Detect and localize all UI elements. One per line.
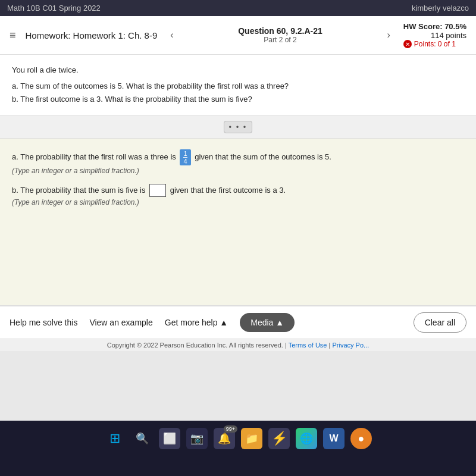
answer-input-b[interactable] bbox=[149, 184, 166, 197]
hw-score-label: HW Score: 70.5% bbox=[403, 22, 466, 31]
question-label: Question 60, 9.2.A-21 bbox=[187, 26, 374, 36]
hint-b: (Type an integer or a simplified fractio… bbox=[12, 198, 464, 206]
answer-line-a: a. The probability that the first roll w… bbox=[12, 149, 464, 165]
search-icon[interactable]: 🔍 bbox=[131, 428, 153, 449]
view-example-link[interactable]: View an example bbox=[89, 318, 152, 327]
taskbar: ⊞ 🔍 ⬜ 📷 🔔 99+ 📁 ⚡ 🌐 W ● bbox=[0, 421, 476, 456]
homework-name: Homework 1: Ch. 8-9 bbox=[73, 30, 158, 40]
lightning-icon[interactable]: ⚡ bbox=[268, 428, 290, 449]
question-parts: a. The sum of the outcomes is 5. What is… bbox=[12, 80, 464, 106]
header-nav: ≡ Homework: Homework 1: Ch. 8-9 ‹ Questi… bbox=[0, 16, 476, 55]
fraction-numerator: 1 bbox=[183, 150, 187, 158]
windows-start-icon[interactable]: ⊞ bbox=[104, 428, 126, 449]
divider-area: • • • bbox=[0, 116, 476, 139]
part-a-prefix: a. The probability that the first roll w… bbox=[12, 152, 176, 161]
hamburger-icon[interactable]: ≡ bbox=[10, 29, 16, 42]
clear-all-button[interactable]: Clear all bbox=[414, 312, 466, 333]
top-bar: Math 10B C01 Spring 2022 kimberly velazc… bbox=[0, 0, 476, 16]
terms-link[interactable]: Terms of Use bbox=[289, 342, 327, 349]
bottom-toolbar: Help me solve this View an example Get m… bbox=[0, 305, 476, 339]
homework-title-block: Homework: Homework 1: Ch. 8-9 bbox=[26, 30, 158, 40]
copyright-bar: Copyright © 2022 Pearson Education Inc. … bbox=[0, 339, 476, 351]
part-label: Part 2 of 2 bbox=[187, 36, 374, 44]
points-label: 114 points bbox=[403, 31, 466, 40]
camera-icon[interactable]: 📷 bbox=[186, 428, 208, 449]
part-b-prefix: b. The probability that the sum is five … bbox=[12, 186, 145, 195]
folder-icon[interactable]: 📁 bbox=[241, 428, 262, 449]
dots-button[interactable]: • • • bbox=[224, 121, 253, 133]
points-badge: ✕ Points: 0 of 1 bbox=[403, 40, 466, 48]
course-title: Math 10B C01 Spring 2022 bbox=[7, 4, 101, 12]
part-a-suffix: given that the sum of the outcomes is 5. bbox=[195, 152, 331, 161]
main-content: ≡ Homework: Homework 1: Ch. 8-9 ‹ Questi… bbox=[0, 16, 476, 421]
help-solve-link[interactable]: Help me solve this bbox=[10, 318, 77, 327]
question-center: Question 60, 9.2.A-21 Part 2 of 2 bbox=[187, 26, 374, 44]
question-body: You roll a die twice. a. The sum of the … bbox=[0, 55, 476, 116]
get-more-help-link[interactable]: Get more help ▲ bbox=[165, 318, 228, 327]
user-name: kimberly velazco bbox=[412, 4, 469, 12]
question-part-a: a. The sum of the outcomes is 5. What is… bbox=[12, 80, 464, 93]
privacy-link[interactable]: Privacy Po... bbox=[332, 342, 369, 349]
fraction-denominator: 4 bbox=[183, 158, 187, 165]
hw-score-block: HW Score: 70.5% 114 points ✕ Points: 0 o… bbox=[403, 22, 466, 48]
media-button[interactable]: Media ▲ bbox=[240, 313, 295, 332]
question-part-b: b. The first outcome is a 3. What is the… bbox=[12, 93, 464, 106]
answer-area: a. The probability that the first roll w… bbox=[0, 139, 476, 305]
files-icon[interactable]: ⬜ bbox=[159, 428, 180, 449]
copyright-text: Copyright © 2022 Pearson Education Inc. … bbox=[107, 342, 287, 349]
fraction-answer-a: 1 4 bbox=[180, 149, 190, 165]
edge-icon[interactable]: 🌐 bbox=[296, 428, 317, 449]
prev-arrow[interactable]: ‹ bbox=[167, 30, 177, 40]
points-status: Points: 0 of 1 bbox=[414, 40, 456, 48]
app-icon[interactable]: ● bbox=[350, 428, 372, 449]
homework-label: Homework: bbox=[26, 30, 71, 40]
question-intro: You roll a die twice. bbox=[12, 64, 464, 76]
notification-icon[interactable]: 🔔 99+ bbox=[214, 428, 235, 449]
notification-badge: 99+ bbox=[224, 425, 237, 433]
error-icon: ✕ bbox=[403, 40, 412, 48]
word-icon[interactable]: W bbox=[323, 428, 345, 449]
answer-line-b: b. The probability that the sum is five … bbox=[12, 183, 464, 198]
hint-a: (Type an integer or a simplified fractio… bbox=[12, 167, 464, 175]
next-arrow[interactable]: › bbox=[383, 30, 393, 40]
part-b-suffix: given that the first outcome is a 3. bbox=[170, 186, 286, 195]
